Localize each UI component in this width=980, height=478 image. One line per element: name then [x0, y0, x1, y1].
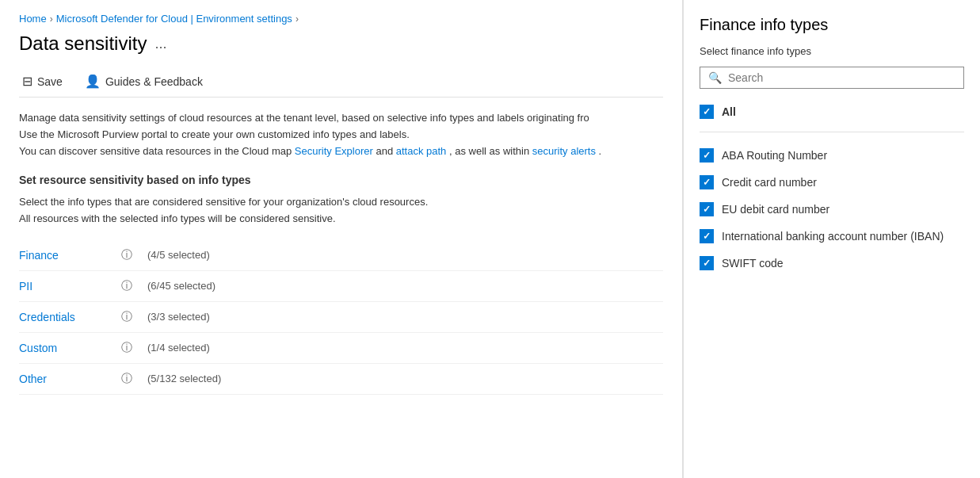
- category-list: Finance ⓘ (4/5 selected) PII ⓘ (6/45 sel…: [19, 240, 663, 395]
- iban-checkmark: ✓: [703, 231, 711, 242]
- guides-feedback-button[interactable]: 👤 Guides & Feedback: [82, 72, 206, 90]
- desc-line3-text: You can discover sensitive data resource…: [19, 145, 295, 157]
- save-icon: ⊟: [22, 74, 32, 89]
- table-row: Custom ⓘ (1/4 selected): [19, 333, 663, 364]
- list-item: ✓ ABA Routing Number: [700, 142, 964, 169]
- credentials-category-link[interactable]: Credentials: [19, 311, 106, 323]
- panel-subtitle: Select finance info types: [700, 45, 964, 57]
- other-info-icon[interactable]: ⓘ: [119, 372, 135, 386]
- all-checkmark: ✓: [703, 106, 711, 117]
- search-input[interactable]: [728, 71, 955, 84]
- list-item: ✓ SWIFT code: [700, 250, 964, 277]
- iban-label[interactable]: International banking account number (IB…: [722, 230, 944, 243]
- page-title: Data sensitivity: [19, 33, 147, 55]
- custom-count: (1/4 selected): [147, 342, 210, 354]
- panel-title: Finance info types: [700, 16, 964, 34]
- finance-count: (4/5 selected): [147, 249, 210, 261]
- aba-checkmark: ✓: [703, 150, 711, 161]
- other-count: (5/132 selected): [147, 373, 221, 384]
- other-category-link[interactable]: Other: [19, 373, 106, 385]
- desc-and: and: [376, 145, 395, 157]
- pii-category-link[interactable]: PII: [19, 280, 106, 293]
- page-options-ellipsis[interactable]: ...: [154, 36, 166, 52]
- security-explorer-link[interactable]: Security Explorer: [295, 145, 373, 157]
- section-header: Set resource sensitivity based on info t…: [19, 174, 663, 186]
- swift-checkbox[interactable]: ✓: [700, 256, 714, 270]
- list-item: ✓ International banking account number (…: [700, 223, 964, 250]
- all-checkbox[interactable]: ✓: [700, 105, 714, 119]
- pii-count: (6/45 selected): [147, 280, 215, 292]
- table-row: Credentials ⓘ (3/3 selected): [19, 302, 663, 333]
- credit-card-label[interactable]: Credit card number: [722, 176, 817, 189]
- desc-line2: Use the Microsoft Purview portal to crea…: [19, 128, 410, 140]
- eu-debit-checkmark: ✓: [703, 204, 711, 215]
- search-box: 🔍: [700, 67, 964, 89]
- left-panel: Home › Microsoft Defender for Cloud | En…: [0, 0, 683, 478]
- all-item: ✓ All: [700, 98, 964, 127]
- eu-debit-label[interactable]: EU debit card number: [722, 203, 829, 216]
- page-title-container: Data sensitivity ...: [19, 33, 663, 55]
- right-panel: Finance info types Select finance info t…: [683, 0, 980, 478]
- credentials-count: (3/3 selected): [147, 311, 210, 323]
- credit-card-checkmark: ✓: [703, 177, 711, 188]
- credentials-info-icon[interactable]: ⓘ: [119, 310, 135, 324]
- finance-info-icon[interactable]: ⓘ: [119, 248, 135, 262]
- pii-info-icon[interactable]: ⓘ: [119, 279, 135, 293]
- list-item: ✓ EU debit card number: [700, 196, 964, 223]
- desc-line1: Manage data sensitivity settings of clou…: [19, 112, 589, 124]
- sub-desc-1: Select the info types that are considere…: [19, 196, 428, 208]
- custom-category-link[interactable]: Custom: [19, 342, 106, 354]
- divider: [700, 132, 964, 132]
- all-label[interactable]: All: [722, 105, 736, 118]
- save-label: Save: [37, 75, 63, 88]
- iban-checkbox[interactable]: ✓: [700, 229, 714, 243]
- table-row: PII ⓘ (6/45 selected): [19, 271, 663, 302]
- guides-icon: 👤: [85, 74, 101, 89]
- guides-feedback-label: Guides & Feedback: [105, 75, 203, 88]
- table-row: Other ⓘ (5/132 selected): [19, 364, 663, 395]
- security-alerts-link[interactable]: security alerts: [532, 145, 596, 157]
- aba-label[interactable]: ABA Routing Number: [722, 149, 827, 162]
- swift-label[interactable]: SWIFT code: [722, 257, 784, 270]
- attack-path-link[interactable]: attack path: [396, 145, 447, 157]
- search-icon: 🔍: [708, 71, 722, 84]
- breadcrumb-sep-2: ›: [296, 13, 299, 25]
- aba-checkbox[interactable]: ✓: [700, 148, 714, 163]
- toolbar: ⊟ Save 👤 Guides & Feedback: [19, 66, 663, 98]
- eu-debit-checkbox[interactable]: ✓: [700, 202, 714, 216]
- breadcrumb: Home › Microsoft Defender for Cloud | En…: [19, 13, 663, 25]
- sub-description-block: Select the info types that are considere…: [19, 194, 663, 228]
- swift-checkmark: ✓: [703, 258, 711, 269]
- description-block: Manage data sensitivity settings of clou…: [19, 110, 663, 159]
- breadcrumb-home[interactable]: Home: [19, 13, 47, 25]
- credit-card-checkbox[interactable]: ✓: [700, 175, 714, 189]
- desc-end: .: [599, 145, 602, 157]
- breadcrumb-sep-1: ›: [50, 13, 53, 25]
- breadcrumb-defender[interactable]: Microsoft Defender for Cloud | Environme…: [56, 13, 292, 25]
- list-item: ✓ Credit card number: [700, 169, 964, 196]
- save-button[interactable]: ⊟ Save: [19, 72, 66, 90]
- sub-desc-2: All resources with the selected info typ…: [19, 212, 336, 224]
- desc-comma-text: , as well as within: [449, 145, 532, 157]
- table-row: Finance ⓘ (4/5 selected): [19, 240, 663, 271]
- custom-info-icon[interactable]: ⓘ: [119, 341, 135, 355]
- finance-category-link[interactable]: Finance: [19, 249, 106, 262]
